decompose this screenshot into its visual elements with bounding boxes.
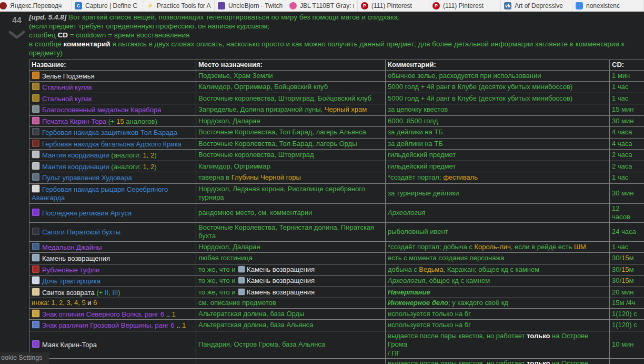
column-header: Название:	[29, 60, 196, 71]
comment-cell: *создаёт портал; добыча с Король-лич, ес…	[386, 241, 610, 253]
cooldown-cell: 10 мин	[610, 359, 644, 364]
comment-cell: выдается после пары квестов, но работает…	[386, 331, 610, 359]
text-segment: , Каражан; общее кд с камнем	[444, 265, 540, 273]
table-row: Гербовая накидка защитников Тол БарадаВо…	[29, 127, 644, 139]
cooldown-cell: 30 мин	[610, 115, 644, 127]
destination-cell: таверна в Глубины Черной горы	[196, 172, 386, 184]
text-segment: 4 часа	[612, 140, 632, 147]
table-row: Печатка Кирин-Тора (+ 15 аналогов)Нордск…	[29, 115, 644, 127]
item-link[interactable]: Мантия координации	[42, 151, 109, 159]
text-segment: комментарий	[63, 40, 110, 48]
comment-cell: за цепочку квестов	[386, 104, 610, 116]
item-link[interactable]: Печатка Кирин-Тора	[42, 117, 106, 125]
comment-cell: 6000..8500 голд	[386, 115, 610, 127]
table-row: Знак различия Грозовой Вершины, ранг 6 .…	[29, 320, 644, 331]
cookie-settings-button[interactable]: ookie Settings	[0, 352, 49, 364]
browser-tab[interactable]: JBL T110BT Gray: к	[286, 0, 358, 12]
text-segment: см. описание предметов	[198, 299, 276, 307]
steel-fist-icon	[32, 94, 40, 102]
browser-tab[interactable]: CCapture | Define C	[72, 0, 143, 12]
browser-tab[interactable]: Яндекс.Переводч	[0, 0, 72, 12]
text-segment: ; у каждого своё кд	[448, 299, 508, 307]
steel-fist-icon	[32, 82, 40, 91]
item-link[interactable]: Авангарда	[32, 194, 65, 202]
item-link[interactable]: Гербовая накидка рыцаря Серебряного	[42, 185, 168, 193]
teleport-items-table: Название:Место назначения:Комментарий:CD…	[29, 60, 644, 364]
text-segment: Археология	[388, 277, 425, 284]
comment-cell: есть с момента создания персонажа	[386, 253, 610, 264]
item-link[interactable]: Гербовая накидка защитников Тол Барада	[42, 129, 177, 136]
item-link[interactable]: Пульт управления Худовара	[42, 174, 132, 182]
intro-line: в столбце комментарий я пытаюсь в двух с…	[29, 40, 644, 57]
destination-cell: то же, что и Камень возвращения	[196, 287, 386, 298]
text-segment: ..	[164, 310, 172, 318]
comment-cell: 5000 голд + 4й ранг в Клубе (десяток уби…	[386, 82, 610, 93]
text-segment: и	[86, 299, 94, 307]
text-segment: 5000 голд + 4й ранг в Клубе (десяток уби…	[388, 94, 572, 102]
text-segment: 1 час	[612, 83, 628, 91]
item-link[interactable]: Стальной кулак	[42, 95, 92, 103]
item-name-cell: Гербовая накидка батальона Адского Крика	[29, 138, 196, 150]
text-segment: 30 мин	[612, 189, 633, 197]
item-link[interactable]: Стальной кулак	[42, 83, 92, 91]
browser-tab[interactable]: ⚡Practice Tools for A	[143, 0, 215, 12]
comment-cell: *создаёт портал; фестиваль	[386, 172, 610, 184]
text-segment: 2 часа	[612, 162, 632, 170]
text-segment: *создаёт портал; добыча с	[388, 243, 474, 251]
table-row: Стальной кулакКалимдор, Оргриммар, Бойцо…	[29, 82, 644, 93]
browser-tab[interactable]: nonexistenc	[572, 0, 644, 12]
item-link[interactable]: Мантия координации	[42, 163, 109, 171]
pinterest-icon: P	[432, 2, 440, 9]
browser-tab[interactable]: vkArt of Depressive	[501, 0, 572, 12]
text-segment: 15м /4ч	[612, 299, 636, 307]
text-segment: используется только на бг	[388, 310, 471, 318]
karabor-medallion-icon	[32, 105, 40, 113]
text-segment: 1	[143, 151, 146, 159]
browser-tab[interactable]: P(111) Pinterest	[429, 0, 501, 12]
tab-title: Art of Depressive	[515, 2, 563, 9]
text-segment: 15	[116, 117, 124, 125]
comment-cell: за дейлики на ТБ	[386, 138, 610, 150]
intro-line: [upd. 5.4.8] Вот краткий список вещей, п…	[29, 13, 644, 22]
text-segment: ,	[147, 151, 150, 159]
text-segment: )	[118, 289, 120, 297]
text-segment: столбец	[29, 31, 57, 39]
text-segment: Нордскол, Ледяная корона, Ристалище сере…	[198, 185, 365, 193]
browser-tab[interactable]: P(111) Pinterest	[358, 0, 429, 12]
item-link[interactable]: Дочь трактирщика	[42, 277, 100, 285]
text-segment: (+	[106, 117, 116, 125]
table-row: Рубиновые туфлито же, что и Камень возвр…	[29, 264, 644, 276]
table-row: Гербовая накидка рыцаря СеребряногоАванг…	[29, 183, 644, 203]
item-link[interactable]: Сапоги Пиратской бухты	[42, 228, 120, 236]
text-segment: 1	[182, 321, 186, 329]
hearthstone-icon	[238, 265, 245, 273]
item-link[interactable]: Гербовая накидка батальона Адского Крика	[42, 140, 182, 148]
item-link[interactable]: III	[112, 289, 118, 297]
text-segment: 15	[621, 254, 629, 262]
cooldown-cell: 20 мин	[610, 287, 644, 298]
comment-cell: 5000 голд + 4й ранг в Клубе (десяток уби…	[386, 93, 610, 104]
text-segment: (аналоги:	[109, 163, 143, 171]
comment-cell: добыча с Ведьма, Каражан; общее кд с кам…	[386, 264, 610, 276]
table-row: Стальной кулакВосточные королевства, Што…	[29, 93, 644, 104]
item-link[interactable]: Знак различия Грозовой Вершины, ранг 6	[42, 321, 175, 329]
cooldown-cell: 1 час	[610, 241, 644, 253]
text-segment: 30/	[612, 277, 621, 284]
item-link[interactable]: Последняя реликвия Аргуса	[42, 209, 132, 217]
jbl-flower-icon	[289, 2, 297, 9]
text-segment: *создаёт портал;	[388, 173, 443, 181]
text-segment: / ПГ	[388, 349, 400, 357]
column-header: CD:	[610, 60, 644, 71]
ruby-slippers-icon	[32, 265, 40, 273]
item-link[interactable]: Благословенный медальон Карабора	[42, 106, 161, 114]
item-link[interactable]: Медальон Джайны	[42, 243, 102, 251]
item-link[interactable]: Рубиновые туфли	[42, 266, 99, 274]
collapse-chevron-icon[interactable]	[8, 31, 25, 41]
comment-cell: Инженерное дело; у каждого своё кд	[386, 298, 610, 309]
cooldown-cell: 30/15м	[610, 264, 644, 276]
destination-cell: Нордскол, Даларан	[196, 115, 386, 127]
browser-tab[interactable]: UncleBjorn - Twitch	[215, 0, 286, 12]
item-link[interactable]: Знак отличия Северного Волка, ранг 6	[42, 310, 164, 318]
destination-cell: Восточные королевства, Штормград	[196, 150, 386, 161]
table-row: Зелье ПодземьяПодземье, Храм Землиобычно…	[29, 70, 644, 82]
